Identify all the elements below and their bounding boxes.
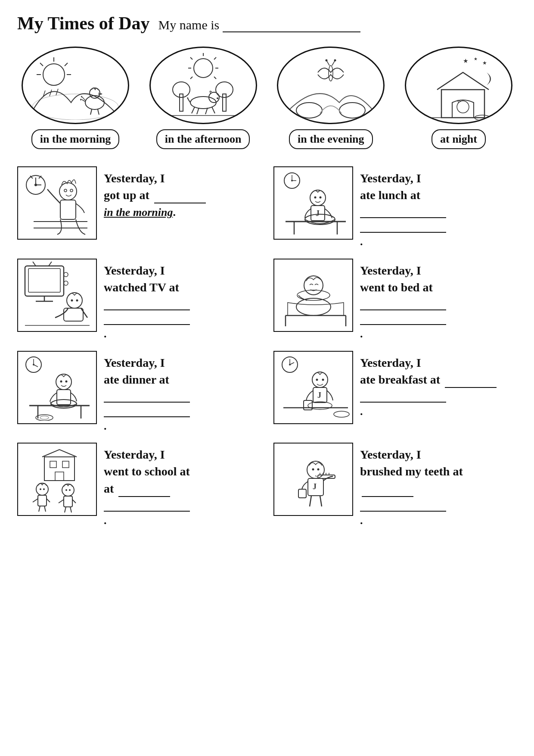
ate-breakfast-fill-inline[interactable] xyxy=(445,378,497,388)
svg-line-95 xyxy=(34,365,38,367)
page-title: My Times of Day xyxy=(17,13,150,34)
morning-label: in the morning xyxy=(31,129,120,149)
ate-lunch-fill2[interactable] xyxy=(360,221,446,233)
svg-point-23 xyxy=(173,82,190,97)
svg-line-129 xyxy=(47,499,50,502)
svg-point-87 xyxy=(296,298,331,316)
svg-point-38 xyxy=(334,59,336,62)
svg-rect-135 xyxy=(64,496,72,507)
svg-point-141 xyxy=(312,468,314,470)
went-to-bed-fill1[interactable] xyxy=(360,298,446,310)
activity-went-to-bed: Yesterday, I went to bed at . xyxy=(273,259,517,342)
svg-text:★: ★ xyxy=(474,56,478,61)
watched-tv-image xyxy=(17,259,97,332)
svg-point-77 xyxy=(64,272,68,277)
svg-line-17 xyxy=(190,57,192,59)
activity-got-up: Yesterday, I got up at in the morning. xyxy=(17,166,261,250)
svg-line-128 xyxy=(33,499,38,502)
svg-line-76 xyxy=(49,262,52,266)
svg-point-39 xyxy=(296,103,322,118)
watched-tv-fill1[interactable] xyxy=(104,298,190,310)
svg-line-152 xyxy=(320,496,322,506)
brushed-teeth-fill2[interactable] xyxy=(360,500,446,512)
brushed-teeth-text: Yesterday, I brushed my teeth at . xyxy=(360,443,517,528)
svg-rect-105 xyxy=(57,390,71,405)
svg-rect-127 xyxy=(38,495,47,506)
went-to-school-fill-inline[interactable] xyxy=(118,487,170,497)
went-to-school-fill2[interactable] xyxy=(104,500,190,512)
activity-brushed-teeth: J Yesterday, I brushed my teeth at . xyxy=(273,443,517,528)
ate-lunch-image: J xyxy=(273,166,353,240)
svg-point-69 xyxy=(314,196,316,198)
went-to-school-sentence: Yesterday, I went to school at at . xyxy=(104,446,261,528)
name-line[interactable] xyxy=(223,31,360,32)
svg-line-7 xyxy=(50,90,52,96)
watched-tv-sentence: Yesterday, I watched TV at . xyxy=(104,262,261,342)
svg-line-13 xyxy=(98,109,99,115)
svg-rect-122 xyxy=(62,461,69,468)
svg-line-139 xyxy=(70,507,71,512)
svg-point-101 xyxy=(40,416,49,419)
evening-label: in the evening xyxy=(289,129,373,149)
svg-rect-73 xyxy=(25,266,64,296)
svg-point-113 xyxy=(322,379,324,381)
watched-tv-fill2[interactable] xyxy=(104,313,190,325)
watched-tv-text: Yesterday, I watched TV at . xyxy=(104,259,261,342)
svg-line-3 xyxy=(65,63,68,66)
went-to-bed-fill2[interactable] xyxy=(360,313,446,325)
svg-line-16 xyxy=(214,57,216,59)
svg-point-70 xyxy=(319,196,321,198)
svg-point-34 xyxy=(329,66,333,81)
time-night: ★ ★ ★ at night xyxy=(400,47,517,149)
svg-text:J: J xyxy=(313,482,317,491)
ate-breakfast-fill2[interactable] xyxy=(360,390,446,403)
went-to-bed-sentence: Yesterday, I went to bed at . xyxy=(360,262,517,342)
brushed-teeth-image: J xyxy=(273,443,353,516)
morning-image xyxy=(22,47,129,124)
svg-rect-44 xyxy=(441,90,484,118)
page-header: My Times of Day My name is xyxy=(17,13,517,34)
svg-line-29 xyxy=(192,107,195,113)
svg-point-134 xyxy=(69,489,71,491)
afternoon-label: in the afternoon xyxy=(156,129,250,149)
ate-lunch-sentence: Yesterday, I ate lunch at . xyxy=(360,170,517,250)
svg-point-28 xyxy=(217,97,218,99)
svg-point-82 xyxy=(71,300,73,302)
svg-rect-121 xyxy=(50,461,56,468)
svg-line-30 xyxy=(197,108,199,114)
times-of-day-row: in the morning xyxy=(17,47,517,149)
svg-point-83 xyxy=(76,300,78,302)
svg-point-126 xyxy=(43,488,45,490)
ate-dinner-sentence: Yesterday, I ate dinner at . xyxy=(104,354,261,434)
afternoon-image xyxy=(149,47,257,124)
got-up-sentence: Yesterday, I got up at in the morning. xyxy=(104,170,261,221)
night-label: at night xyxy=(432,129,486,149)
ate-breakfast-image: J xyxy=(273,351,353,424)
svg-point-36 xyxy=(326,59,328,62)
svg-line-138 xyxy=(65,507,66,512)
brushed-teeth-fill-inline[interactable] xyxy=(362,487,413,497)
ate-lunch-text: Yesterday, I ate lunch at . xyxy=(360,166,517,250)
svg-point-78 xyxy=(64,281,68,285)
svg-point-142 xyxy=(317,468,319,470)
svg-point-14 xyxy=(194,59,213,78)
svg-point-104 xyxy=(65,381,67,383)
got-up-fill[interactable] xyxy=(154,194,206,203)
svg-point-125 xyxy=(40,488,41,490)
ate-dinner-fill1[interactable] xyxy=(104,390,190,403)
activity-ate-breakfast: J Yesterday, I ate breakfast at . xyxy=(273,351,517,434)
time-morning: in the morning xyxy=(17,47,134,149)
ate-dinner-fill2[interactable] xyxy=(104,405,190,417)
svg-line-4 xyxy=(40,63,43,66)
svg-line-20 xyxy=(214,77,216,79)
svg-line-136 xyxy=(59,500,64,503)
got-up-text: Yesterday, I got up at in the morning. xyxy=(104,166,261,221)
ate-dinner-text: Yesterday, I ate dinner at . xyxy=(104,351,261,434)
svg-rect-74 xyxy=(28,269,60,292)
ate-lunch-fill1[interactable] xyxy=(360,206,446,218)
svg-point-67 xyxy=(305,214,335,225)
svg-point-1 xyxy=(43,64,65,85)
svg-point-118 xyxy=(334,411,349,417)
svg-point-133 xyxy=(65,489,67,491)
svg-line-75 xyxy=(33,262,36,266)
